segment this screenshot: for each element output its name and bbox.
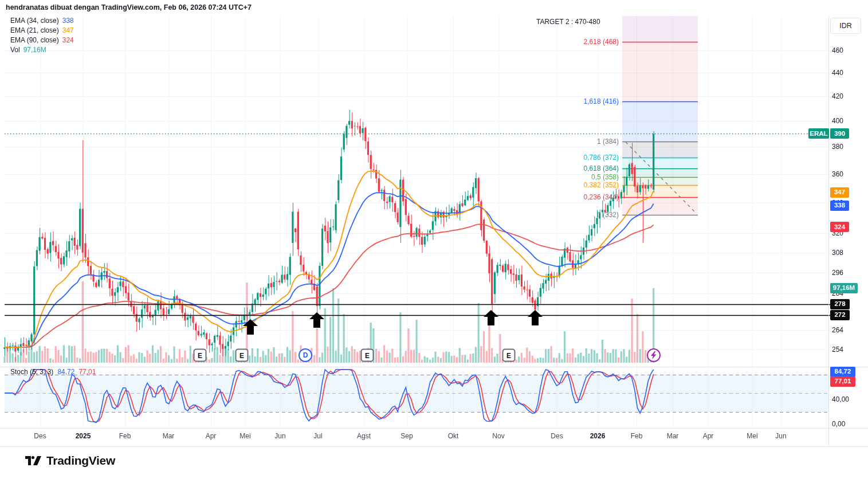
time-axis-label: Mei <box>747 432 757 440</box>
tradingview-logo-icon <box>25 456 41 466</box>
stoch-axis-tick: 40,00 <box>832 395 864 403</box>
time-axis-label: Des <box>34 432 46 440</box>
stochastic-d-value: 77,01 <box>78 368 96 376</box>
price-axis-badge: 278 <box>830 299 850 309</box>
fib-level-label: 0,382 (352) <box>533 181 619 189</box>
indicator-label: EMA (34, close) <box>10 17 59 25</box>
price-axis-tick: 308 <box>832 249 864 257</box>
price-axis-badge: 338 <box>830 201 849 211</box>
indicator-label: EMA (90, close) <box>10 36 59 44</box>
buy-signal-arrow[interactable] <box>528 310 543 328</box>
time-axis-label: Nov <box>492 432 504 440</box>
fib-level-label: 0,618 (364) <box>533 164 619 172</box>
price-axis-badge: 77,01 <box>830 376 855 387</box>
price-axis-badge: 272 <box>830 310 850 320</box>
symbol-price-label: ERAL <box>808 128 829 139</box>
price-axis-tick: 460 <box>832 46 864 54</box>
tradingview-chart-window: hendranatas dibuat dengan TradingView.co… <box>0 0 868 479</box>
lightning-icon <box>651 351 657 359</box>
fib-level-label: 1,618 (416) <box>533 97 619 105</box>
stochastic-k-value: 84,72 <box>57 368 74 376</box>
tradingview-logo-text: TradingView <box>46 454 115 468</box>
arrow-up-icon <box>528 310 543 325</box>
time-axis-label: Okt <box>448 432 459 440</box>
time-axis-label: Mei <box>239 432 250 440</box>
indicator-legend-row: Vol97,16M <box>10 46 46 54</box>
time-axis-label: Feb <box>631 432 643 440</box>
indicator-legend-row: EMA (90, close)324 <box>10 36 74 44</box>
arrow-up-icon <box>309 312 324 328</box>
time-axis-label: Feb <box>119 432 131 440</box>
currency-toggle-button[interactable]: IDR <box>830 18 861 34</box>
fib-level-label: 2,618 (468) <box>533 38 619 46</box>
time-axis-label: 2025 <box>76 432 91 440</box>
stochastic-label: Stoch (5, 3, 3) <box>10 368 53 376</box>
fib-level-label: 0,786 (372) <box>533 154 619 162</box>
time-axis-label: Mar <box>163 432 175 440</box>
time-axis-label: Agst <box>357 432 371 440</box>
price-axis-tick: 254 <box>832 345 864 354</box>
price-axis-tick: 380 <box>832 143 864 151</box>
price-axis-badge: 84,72 <box>830 367 855 377</box>
indicator-legend-row: EMA (21, close)347 <box>10 26 74 34</box>
buy-signal-arrow[interactable] <box>309 312 324 330</box>
indicator-legend-row: EMA (34, close)338 <box>10 17 74 25</box>
tradingview-logo[interactable]: TradingView <box>25 454 115 468</box>
price-chart-canvas[interactable] <box>0 0 868 479</box>
price-axis-badge: 97,16M <box>830 283 858 293</box>
indicator-label: Vol <box>10 46 20 54</box>
stochastic-legend: Stoch (5, 3, 3)84,7277,01 <box>10 368 96 376</box>
buy-signal-arrow[interactable] <box>484 310 498 328</box>
indicator-value: 338 <box>62 17 74 25</box>
price-axis-tick: 360 <box>832 170 864 178</box>
indicator-value: 324 <box>62 36 74 44</box>
fib-level-label: 0,236 (344) <box>533 193 619 201</box>
chart-title: hendranatas dibuat dengan TradingView.co… <box>6 3 252 11</box>
arrow-up-icon <box>484 310 498 325</box>
price-axis-tick: 440 <box>832 69 864 77</box>
time-axis-label: Sep <box>400 432 413 440</box>
lightning-marker[interactable] <box>647 348 661 362</box>
earnings-marker[interactable]: E <box>502 349 516 362</box>
fib-level-label: 0,5 (358) <box>533 173 619 181</box>
indicator-value: 347 <box>62 26 74 34</box>
price-axis-tick: 420 <box>832 92 864 100</box>
earnings-marker[interactable]: E <box>235 349 249 362</box>
price-axis-tick: 296 <box>832 269 864 277</box>
price-axis-tick: 264 <box>832 326 864 334</box>
arrow-up-icon <box>243 319 258 335</box>
price-axis-badge: 324 <box>830 222 849 232</box>
target-annotation: TARGET 2 : 470-480 <box>536 18 600 26</box>
time-axis-label: Apr <box>206 432 217 440</box>
fib-level-label: 0 (332) <box>533 211 619 219</box>
time-axis-label: Apr <box>703 432 714 440</box>
indicator-value: 97,16M <box>23 46 46 54</box>
time-axis-label: Jun <box>274 432 285 440</box>
price-axis-badge: 347 <box>830 187 849 198</box>
fib-level-label: 1 (384) <box>533 138 619 146</box>
symbol-price-badge: 390 <box>830 128 849 139</box>
time-axis-label: Mar <box>667 432 679 440</box>
indicator-label: EMA (21, close) <box>10 26 59 34</box>
time-axis-label: 2026 <box>590 432 606 440</box>
stoch-axis-tick: 0,00 <box>832 420 864 428</box>
earnings-marker[interactable]: E <box>361 349 374 362</box>
price-axis-tick: 400 <box>832 117 864 125</box>
buy-signal-arrow[interactable] <box>243 319 258 337</box>
earnings-marker[interactable]: E <box>194 349 207 362</box>
time-axis-label: Jul <box>313 432 322 440</box>
time-axis-label: Des <box>551 432 563 440</box>
dividend-marker[interactable]: D <box>299 348 312 362</box>
time-axis-label: Jun <box>775 432 786 440</box>
